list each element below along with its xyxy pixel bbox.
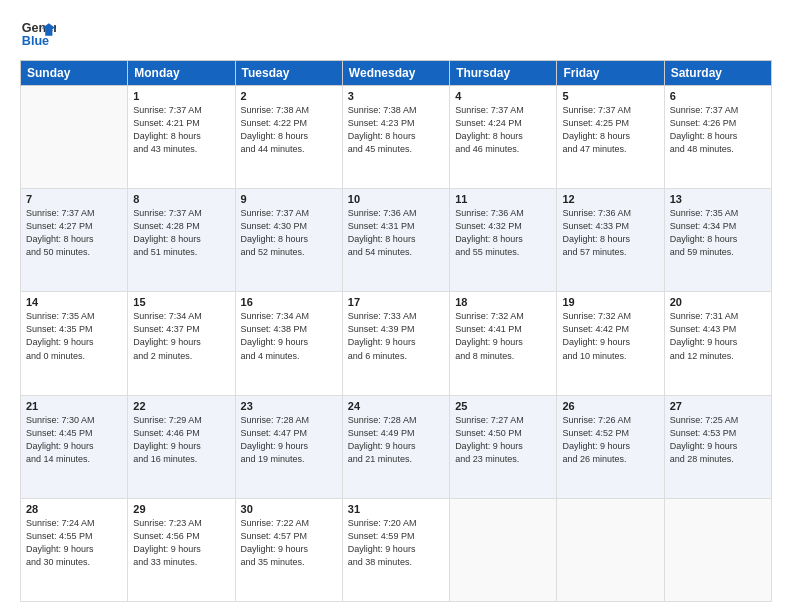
calendar-cell: 27Sunrise: 7:25 AM Sunset: 4:53 PM Dayli… <box>664 395 771 498</box>
day-number: 16 <box>241 296 337 308</box>
day-info: Sunrise: 7:34 AM Sunset: 4:38 PM Dayligh… <box>241 310 337 362</box>
calendar-cell: 31Sunrise: 7:20 AM Sunset: 4:59 PM Dayli… <box>342 498 449 601</box>
day-info: Sunrise: 7:28 AM Sunset: 4:49 PM Dayligh… <box>348 414 444 466</box>
day-info: Sunrise: 7:37 AM Sunset: 4:24 PM Dayligh… <box>455 104 551 156</box>
calendar-cell: 9Sunrise: 7:37 AM Sunset: 4:30 PM Daylig… <box>235 189 342 292</box>
calendar-cell: 26Sunrise: 7:26 AM Sunset: 4:52 PM Dayli… <box>557 395 664 498</box>
day-number: 24 <box>348 400 444 412</box>
calendar-cell: 16Sunrise: 7:34 AM Sunset: 4:38 PM Dayli… <box>235 292 342 395</box>
day-header-monday: Monday <box>128 61 235 86</box>
calendar-cell: 30Sunrise: 7:22 AM Sunset: 4:57 PM Dayli… <box>235 498 342 601</box>
day-header-tuesday: Tuesday <box>235 61 342 86</box>
svg-text:Blue: Blue <box>22 34 49 48</box>
day-number: 17 <box>348 296 444 308</box>
calendar-cell: 2Sunrise: 7:38 AM Sunset: 4:22 PM Daylig… <box>235 86 342 189</box>
day-info: Sunrise: 7:35 AM Sunset: 4:35 PM Dayligh… <box>26 310 122 362</box>
calendar-cell: 22Sunrise: 7:29 AM Sunset: 4:46 PM Dayli… <box>128 395 235 498</box>
day-number: 23 <box>241 400 337 412</box>
calendar-cell: 20Sunrise: 7:31 AM Sunset: 4:43 PM Dayli… <box>664 292 771 395</box>
day-number: 12 <box>562 193 658 205</box>
day-number: 26 <box>562 400 658 412</box>
day-number: 31 <box>348 503 444 515</box>
calendar-page: General Blue SundayMondayTuesdayWednesda… <box>0 0 792 612</box>
day-header-sunday: Sunday <box>21 61 128 86</box>
calendar-cell: 14Sunrise: 7:35 AM Sunset: 4:35 PM Dayli… <box>21 292 128 395</box>
calendar-cell: 28Sunrise: 7:24 AM Sunset: 4:55 PM Dayli… <box>21 498 128 601</box>
day-number: 28 <box>26 503 122 515</box>
calendar-cell: 11Sunrise: 7:36 AM Sunset: 4:32 PM Dayli… <box>450 189 557 292</box>
day-number: 20 <box>670 296 766 308</box>
day-number: 27 <box>670 400 766 412</box>
calendar-cell <box>664 498 771 601</box>
day-number: 4 <box>455 90 551 102</box>
calendar-cell: 18Sunrise: 7:32 AM Sunset: 4:41 PM Dayli… <box>450 292 557 395</box>
calendar-cell: 25Sunrise: 7:27 AM Sunset: 4:50 PM Dayli… <box>450 395 557 498</box>
header: General Blue <box>20 16 772 52</box>
day-number: 21 <box>26 400 122 412</box>
day-info: Sunrise: 7:36 AM Sunset: 4:33 PM Dayligh… <box>562 207 658 259</box>
day-number: 18 <box>455 296 551 308</box>
day-info: Sunrise: 7:38 AM Sunset: 4:22 PM Dayligh… <box>241 104 337 156</box>
day-number: 10 <box>348 193 444 205</box>
calendar-cell: 3Sunrise: 7:38 AM Sunset: 4:23 PM Daylig… <box>342 86 449 189</box>
day-info: Sunrise: 7:31 AM Sunset: 4:43 PM Dayligh… <box>670 310 766 362</box>
day-number: 22 <box>133 400 229 412</box>
day-info: Sunrise: 7:26 AM Sunset: 4:52 PM Dayligh… <box>562 414 658 466</box>
week-row-4: 21Sunrise: 7:30 AM Sunset: 4:45 PM Dayli… <box>21 395 772 498</box>
day-info: Sunrise: 7:25 AM Sunset: 4:53 PM Dayligh… <box>670 414 766 466</box>
calendar-cell: 5Sunrise: 7:37 AM Sunset: 4:25 PM Daylig… <box>557 86 664 189</box>
day-number: 8 <box>133 193 229 205</box>
calendar-cell: 21Sunrise: 7:30 AM Sunset: 4:45 PM Dayli… <box>21 395 128 498</box>
day-info: Sunrise: 7:30 AM Sunset: 4:45 PM Dayligh… <box>26 414 122 466</box>
day-info: Sunrise: 7:20 AM Sunset: 4:59 PM Dayligh… <box>348 517 444 569</box>
calendar-body: 1Sunrise: 7:37 AM Sunset: 4:21 PM Daylig… <box>21 86 772 602</box>
day-info: Sunrise: 7:37 AM Sunset: 4:26 PM Dayligh… <box>670 104 766 156</box>
day-info: Sunrise: 7:23 AM Sunset: 4:56 PM Dayligh… <box>133 517 229 569</box>
day-number: 11 <box>455 193 551 205</box>
day-info: Sunrise: 7:35 AM Sunset: 4:34 PM Dayligh… <box>670 207 766 259</box>
week-row-1: 1Sunrise: 7:37 AM Sunset: 4:21 PM Daylig… <box>21 86 772 189</box>
day-info: Sunrise: 7:24 AM Sunset: 4:55 PM Dayligh… <box>26 517 122 569</box>
day-number: 15 <box>133 296 229 308</box>
day-header-wednesday: Wednesday <box>342 61 449 86</box>
day-number: 7 <box>26 193 122 205</box>
calendar-cell: 6Sunrise: 7:37 AM Sunset: 4:26 PM Daylig… <box>664 86 771 189</box>
day-number: 19 <box>562 296 658 308</box>
day-info: Sunrise: 7:37 AM Sunset: 4:28 PM Dayligh… <box>133 207 229 259</box>
day-info: Sunrise: 7:27 AM Sunset: 4:50 PM Dayligh… <box>455 414 551 466</box>
day-info: Sunrise: 7:32 AM Sunset: 4:41 PM Dayligh… <box>455 310 551 362</box>
day-info: Sunrise: 7:34 AM Sunset: 4:37 PM Dayligh… <box>133 310 229 362</box>
day-header-thursday: Thursday <box>450 61 557 86</box>
week-row-2: 7Sunrise: 7:37 AM Sunset: 4:27 PM Daylig… <box>21 189 772 292</box>
calendar-cell: 1Sunrise: 7:37 AM Sunset: 4:21 PM Daylig… <box>128 86 235 189</box>
day-info: Sunrise: 7:37 AM Sunset: 4:30 PM Dayligh… <box>241 207 337 259</box>
day-number: 30 <box>241 503 337 515</box>
day-number: 13 <box>670 193 766 205</box>
day-info: Sunrise: 7:36 AM Sunset: 4:31 PM Dayligh… <box>348 207 444 259</box>
day-number: 25 <box>455 400 551 412</box>
day-info: Sunrise: 7:29 AM Sunset: 4:46 PM Dayligh… <box>133 414 229 466</box>
calendar-cell: 24Sunrise: 7:28 AM Sunset: 4:49 PM Dayli… <box>342 395 449 498</box>
day-info: Sunrise: 7:22 AM Sunset: 4:57 PM Dayligh… <box>241 517 337 569</box>
day-info: Sunrise: 7:36 AM Sunset: 4:32 PM Dayligh… <box>455 207 551 259</box>
calendar-table: SundayMondayTuesdayWednesdayThursdayFrid… <box>20 60 772 602</box>
day-number: 6 <box>670 90 766 102</box>
calendar-cell: 7Sunrise: 7:37 AM Sunset: 4:27 PM Daylig… <box>21 189 128 292</box>
calendar-cell: 23Sunrise: 7:28 AM Sunset: 4:47 PM Dayli… <box>235 395 342 498</box>
day-info: Sunrise: 7:28 AM Sunset: 4:47 PM Dayligh… <box>241 414 337 466</box>
calendar-cell: 29Sunrise: 7:23 AM Sunset: 4:56 PM Dayli… <box>128 498 235 601</box>
logo-icon: General Blue <box>20 16 56 52</box>
calendar-cell <box>557 498 664 601</box>
calendar-cell: 15Sunrise: 7:34 AM Sunset: 4:37 PM Dayli… <box>128 292 235 395</box>
calendar-cell: 10Sunrise: 7:36 AM Sunset: 4:31 PM Dayli… <box>342 189 449 292</box>
calendar-cell: 12Sunrise: 7:36 AM Sunset: 4:33 PM Dayli… <box>557 189 664 292</box>
day-header-row: SundayMondayTuesdayWednesdayThursdayFrid… <box>21 61 772 86</box>
day-number: 3 <box>348 90 444 102</box>
day-info: Sunrise: 7:38 AM Sunset: 4:23 PM Dayligh… <box>348 104 444 156</box>
day-number: 9 <box>241 193 337 205</box>
calendar-cell: 19Sunrise: 7:32 AM Sunset: 4:42 PM Dayli… <box>557 292 664 395</box>
day-number: 14 <box>26 296 122 308</box>
day-number: 1 <box>133 90 229 102</box>
day-header-saturday: Saturday <box>664 61 771 86</box>
calendar-cell <box>450 498 557 601</box>
